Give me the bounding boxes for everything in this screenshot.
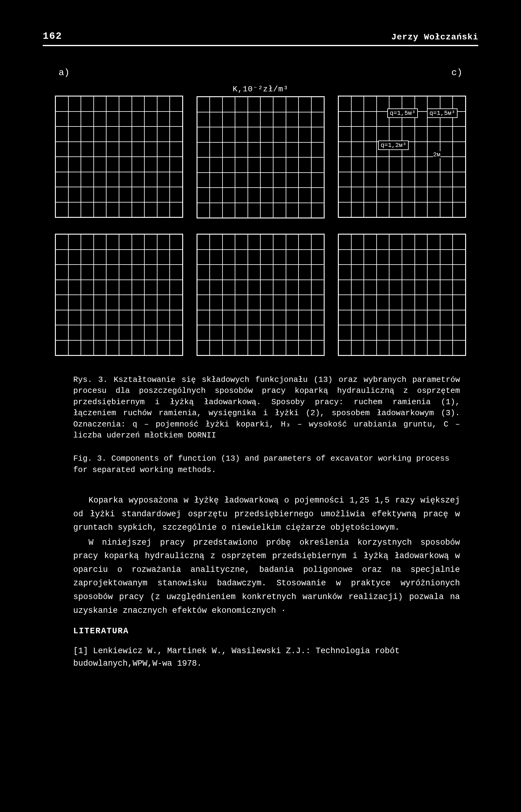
chart-c-bottom xyxy=(338,234,466,356)
annotation-2m: 2м xyxy=(433,151,440,158)
chart-b-top: K,10⁻²zł/m³ xyxy=(197,84,325,218)
chart-ylabel xyxy=(55,84,183,93)
reference-1: [1] Lenkiewicz W., Martinek W., Wasilews… xyxy=(73,645,460,670)
author-name: Jerzy Wołczański xyxy=(391,33,478,42)
caption-text-en: Components of function (13) and paramete… xyxy=(73,454,450,474)
chart-ylabel xyxy=(338,84,466,93)
chart-ylabel: K,10⁻²zł/m³ xyxy=(197,84,325,94)
caption-label-en: Fig. 3. xyxy=(73,454,107,463)
figure-caption-polish: Rys. 3. Kształtowanie się składowych fun… xyxy=(73,374,460,441)
chart-grid: q=1,5м³ q=1,5м³ q=1,2м³ 2м xyxy=(338,95,466,218)
chart-grid xyxy=(338,234,466,356)
figure-caption-english: Fig. 3. Components of function (13) and … xyxy=(73,453,460,475)
caption-label-pl: Rys. 3. xyxy=(73,375,108,384)
chart-grid xyxy=(197,96,325,218)
figure-3: a) c) K,10⁻²zł/m³ q=1,5м³ q=1,5м³ q=1,2м… xyxy=(55,67,466,356)
body-paragraphs: Koparka wyposażona w łyżkę ładowarkową o… xyxy=(73,494,460,617)
annotation-q3: q=1,2м³ xyxy=(378,141,409,150)
chart-grid xyxy=(55,234,183,356)
chart-grid xyxy=(55,95,183,218)
chart-row-bottom xyxy=(55,234,466,356)
page-number: 162 xyxy=(43,30,62,42)
label-c: c) xyxy=(451,67,462,78)
chart-a-top xyxy=(55,84,183,218)
literature-heading: LITERATURA xyxy=(73,626,460,636)
page-header: 162 Jerzy Wołczański xyxy=(43,30,478,46)
chart-row-top: K,10⁻²zł/m³ q=1,5м³ q=1,5м³ q=1,2м³ 2м xyxy=(55,84,466,218)
chart-b-bottom xyxy=(197,234,325,356)
chart-a-bottom xyxy=(55,234,183,356)
paragraph-2: W niniejszej pracy przedstawiono próbę o… xyxy=(73,536,460,617)
caption-text-pl: Kształtowanie się składowych funkcjonału… xyxy=(73,375,460,440)
paragraph-1: Koparka wyposażona w łyżkę ładowarkową o… xyxy=(73,494,460,535)
figure-column-labels: a) c) xyxy=(55,67,466,78)
chart-grid xyxy=(197,234,325,356)
label-a: a) xyxy=(59,67,70,78)
chart-c-top: q=1,5м³ q=1,5м³ q=1,2м³ 2м xyxy=(338,84,466,218)
annotation-q2: q=1,5м³ xyxy=(427,108,457,118)
annotation-q1: q=1,5м³ xyxy=(387,108,418,118)
